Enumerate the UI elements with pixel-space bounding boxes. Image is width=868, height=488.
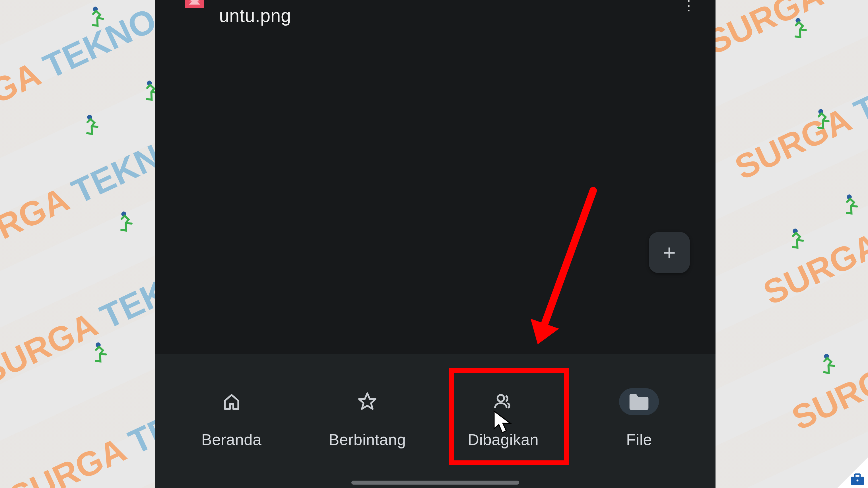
- svg-point-10: [497, 395, 504, 401]
- star-icon: [347, 388, 387, 415]
- home-icon: [212, 388, 251, 415]
- nav-label: Beranda: [202, 430, 261, 449]
- nav-label: File: [626, 430, 652, 449]
- file-name-label: untu.png: [219, 5, 291, 26]
- people-icon: [483, 388, 523, 415]
- svg-point-15: [857, 480, 859, 482]
- svg-line-11: [544, 191, 593, 327]
- gesture-bar[interactable]: [351, 481, 519, 485]
- annotation-arrow: [522, 185, 602, 356]
- app-window: untu.png ⋮ + Beranda Berbintang: [155, 0, 715, 488]
- file-list-row[interactable]: untu.png ⋮: [155, 0, 715, 33]
- nav-starred[interactable]: Berbintang: [300, 370, 436, 467]
- file-more-button[interactable]: ⋮: [682, 3, 695, 8]
- image-file-icon: [185, 0, 204, 8]
- nav-files[interactable]: File: [571, 370, 707, 467]
- add-button[interactable]: +: [649, 232, 690, 273]
- nav-shared[interactable]: Dibagikan: [435, 370, 571, 467]
- briefcase-icon: [850, 472, 865, 486]
- bottom-navigation: Beranda Berbintang Dibagikan: [155, 354, 715, 488]
- nav-label: Berbintang: [329, 430, 406, 449]
- plus-icon: +: [663, 242, 676, 264]
- svg-marker-12: [531, 319, 559, 344]
- nav-home[interactable]: Beranda: [163, 370, 300, 467]
- nav-label: Dibagikan: [468, 430, 538, 449]
- folder-icon: [619, 388, 659, 415]
- svg-rect-14: [855, 474, 860, 477]
